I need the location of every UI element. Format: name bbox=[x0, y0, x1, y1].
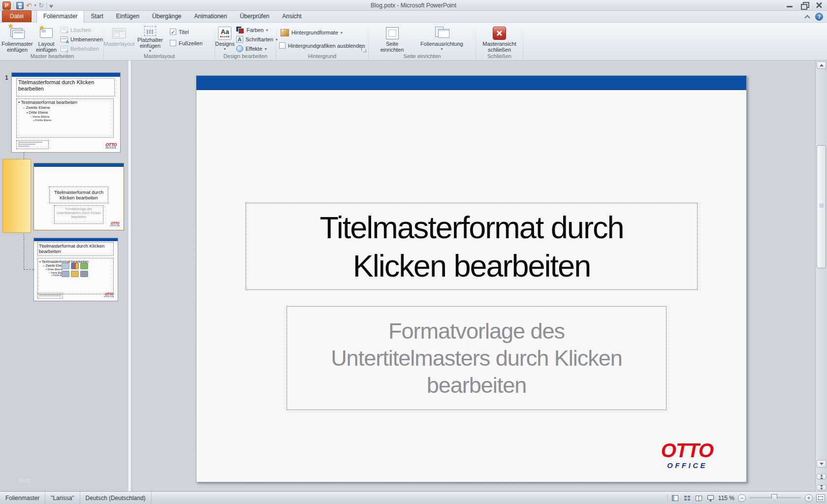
insert-layout-button[interactable]: Layout einfügen bbox=[33, 24, 59, 53]
restore-button[interactable] bbox=[800, 2, 808, 8]
title-placeholder[interactable]: Titelmasterformat durch Klicken bearbeit… bbox=[246, 203, 698, 290]
slide-editor-area: Titelmasterformat durch Klicken bearbeit… bbox=[132, 61, 815, 491]
group-design-bearbeiten: Aa Designs ▾ Farben ▾ A Schriftarten bbox=[215, 23, 276, 60]
page-setup-label: Seite einrichten bbox=[376, 41, 409, 53]
status-bar: Folienmaster "Larissa" Deutsch (Deutschl… bbox=[0, 491, 827, 504]
fit-to-window-button[interactable] bbox=[816, 494, 825, 502]
master-layout-icon bbox=[112, 28, 126, 38]
delete-button[interactable]: Löschen bbox=[59, 26, 102, 34]
colors-button[interactable]: Farben ▾ bbox=[235, 26, 279, 34]
qat-separator bbox=[46, 2, 47, 9]
collapse-ribbon-icon[interactable] bbox=[804, 15, 810, 20]
zoom-slider[interactable] bbox=[750, 497, 801, 499]
subtitle-line: Untertitelmasters durch Klicken bbox=[287, 345, 666, 372]
qat-separator bbox=[13, 2, 14, 9]
double-arrow-down-icon bbox=[820, 488, 823, 490]
tab-einfuegen[interactable]: Einfügen bbox=[110, 11, 146, 22]
title-checkbox[interactable]: ✓ Titel bbox=[170, 29, 213, 35]
slide-thumbnail-master[interactable]: Titelmasterformat durch Klicken bearbeit… bbox=[11, 72, 121, 153]
help-button[interactable]: ? bbox=[815, 13, 823, 21]
group-schliessen: Masteransicht schließen Schließen bbox=[476, 23, 523, 60]
thumbnail-title-placeholder: Titelmasterformat durch Klicken bearbeit… bbox=[49, 187, 108, 203]
scrollbar-grip-icon bbox=[819, 204, 824, 208]
close-master-view-button[interactable]: Masteransicht schließen bbox=[478, 24, 521, 53]
fonts-label: Schriftarten bbox=[246, 36, 273, 42]
group-seite-einrichten: Seite einrichten Folienausrichtung ▾ Sei… bbox=[369, 23, 476, 60]
double-arrow-down-icon bbox=[820, 485, 823, 487]
tab-uebergaenge[interactable]: Übergänge bbox=[146, 11, 188, 22]
master-layout-label: Masterlayout bbox=[104, 41, 135, 47]
title-bar: P ↶ ▾ ↻ Blog.potx - Microsoft PowerPoint bbox=[0, 0, 827, 11]
qat-customize-button[interactable] bbox=[49, 3, 53, 8]
master-layout-button[interactable]: Masterlayout bbox=[104, 24, 134, 53]
thumbnail-title-placeholder: Titelmasterformat durch Klicken bearbeit… bbox=[37, 242, 114, 256]
dropdown-icon: ▾ bbox=[266, 28, 268, 32]
undo-button[interactable]: ↶ bbox=[26, 2, 32, 9]
slide-top-bar bbox=[196, 76, 746, 90]
redo-button[interactable]: ↻ bbox=[38, 2, 44, 9]
status-separator bbox=[667, 494, 668, 502]
previous-slide-button[interactable] bbox=[817, 474, 826, 479]
close-master-view-icon bbox=[493, 27, 506, 40]
fonts-button[interactable]: A Schriftarten ▾ bbox=[235, 35, 279, 43]
tab-folienmaster[interactable]: Folienmaster bbox=[36, 10, 84, 23]
status-theme-label[interactable]: "Larissa" bbox=[45, 492, 80, 504]
minimize-button[interactable] bbox=[786, 2, 794, 8]
tab-animationen[interactable]: Animationen bbox=[188, 11, 233, 22]
effects-button[interactable]: Effekte ▾ bbox=[235, 45, 279, 53]
ribbon-tab-row: Datei Folienmaster Start Einfügen Übergä… bbox=[0, 11, 827, 23]
slide-thumbnail-title-layout[interactable]: Titelmasterformat durch Klicken bearbeit… bbox=[33, 163, 124, 230]
background-styles-button[interactable]: Hintergrundformate ▾ bbox=[279, 29, 368, 36]
layout-icon bbox=[40, 28, 53, 38]
footers-checkbox[interactable]: Fußzeilen bbox=[170, 40, 213, 46]
tab-ueberpruefen[interactable]: Überprüfen bbox=[233, 11, 276, 22]
slide-thumbnail-content-layout[interactable]: Titelmasterformat durch Klicken bearbeit… bbox=[33, 238, 118, 301]
hide-background-graphics-checkbox[interactable]: Hintergrundgrafiken ausblenden bbox=[279, 42, 368, 49]
zoom-level[interactable]: 115 % bbox=[718, 495, 734, 502]
tab-start[interactable]: Start bbox=[84, 11, 109, 22]
otto-logo: OTTO OFFICE bbox=[104, 292, 114, 298]
file-tab[interactable]: Datei bbox=[2, 10, 32, 22]
page-setup-button[interactable]: Seite einrichten bbox=[376, 24, 409, 53]
view-reading-button[interactable] bbox=[695, 495, 703, 502]
preserve-button[interactable]: Beibehalten bbox=[59, 45, 102, 53]
insert-slide-master-button[interactable]: Folienmaster einfügen bbox=[1, 24, 33, 53]
zoom-out-button[interactable] bbox=[738, 494, 746, 502]
subtitle-placeholder[interactable]: Formatvorlage des Untertitelmasters durc… bbox=[286, 306, 667, 410]
group-separator bbox=[523, 24, 523, 59]
scrollbar-thumb[interactable] bbox=[817, 145, 826, 268]
zoom-slider-thumb[interactable] bbox=[771, 494, 777, 502]
slide-canvas[interactable]: Titelmasterformat durch Klicken bearbeit… bbox=[196, 75, 747, 482]
themes-button[interactable]: Aa Designs ▾ bbox=[215, 24, 235, 53]
insert-placeholder-button[interactable]: Platzhalter einfügen ▾ bbox=[134, 24, 166, 53]
view-normal-button[interactable] bbox=[671, 495, 679, 502]
undo-dropdown-icon[interactable]: ▾ bbox=[34, 3, 36, 7]
scroll-up-button[interactable] bbox=[817, 62, 826, 69]
tab-ansicht[interactable]: Ansicht bbox=[276, 11, 308, 22]
footers-checkbox-label: Fußzeilen bbox=[179, 40, 202, 46]
thumbnail-title-bar bbox=[12, 73, 120, 77]
checkbox-checked-icon: ✓ bbox=[170, 29, 176, 35]
checkbox-unchecked-icon bbox=[170, 40, 176, 46]
view-slide-sorter-button[interactable] bbox=[683, 495, 691, 502]
status-language-label[interactable]: Deutsch (Deutschland) bbox=[80, 492, 152, 504]
close-button[interactable] bbox=[815, 2, 823, 8]
slide-master-icon bbox=[9, 27, 25, 39]
powerpoint-icon[interactable]: P bbox=[2, 1, 11, 10]
dropdown-icon: ▾ bbox=[265, 47, 267, 51]
panel-splitter[interactable] bbox=[128, 61, 132, 491]
themes-aa-icon: Aa bbox=[221, 29, 229, 35]
zoom-in-button[interactable] bbox=[805, 494, 813, 502]
view-slideshow-button[interactable] bbox=[706, 495, 715, 502]
vertical-scrollbar[interactable] bbox=[815, 61, 827, 491]
slide-orientation-button[interactable]: Folienausrichtung ▾ bbox=[415, 24, 469, 53]
background-dialog-launcher[interactable] bbox=[361, 47, 366, 52]
save-button[interactable] bbox=[16, 2, 24, 9]
status-view-label[interactable]: Folienmaster bbox=[0, 492, 45, 504]
rename-icon bbox=[61, 36, 68, 42]
group-label: Master bearbeiten bbox=[1, 53, 103, 59]
next-slide-button[interactable] bbox=[817, 485, 826, 490]
effects-label: Effekte bbox=[246, 46, 262, 52]
rename-button[interactable]: Umbenennen bbox=[59, 35, 102, 43]
scroll-down-button[interactable] bbox=[817, 460, 826, 468]
